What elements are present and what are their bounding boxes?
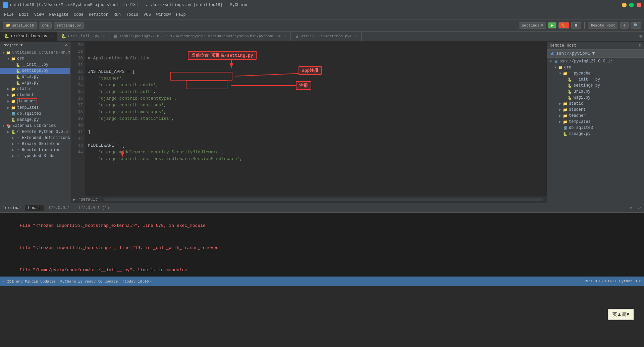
tree-item-15[interactable]: ▶▪Binary Skeletons — [0, 141, 70, 147]
tree-item-10[interactable]: 🗄db.sqlite3 — [0, 111, 70, 117]
menu-item-help[interactable]: Help — [173, 12, 189, 18]
remote-tree-item-2[interactable]: ▼📁__pycache__ — [547, 70, 644, 77]
remote-tree-item-10[interactable]: ▶📁templates — [547, 119, 644, 125]
tab-3[interactable]: 🖥 <ssh:\...\\settings.py> ✕ — [291, 32, 362, 41]
code-area[interactable]: # Application definition INSTALLED_APPS … — [85, 42, 547, 196]
remote-icon-4: 🐍 — [567, 83, 573, 88]
remote-tree-item-9[interactable]: ▶📁teacher — [547, 113, 644, 119]
settings-btn[interactable]: settings.py — [54, 22, 84, 29]
remote-label-2: __pycache__ — [569, 71, 595, 76]
settings-gear-btn[interactable]: ⚙ — [620, 22, 629, 29]
remote-icon-9: 📁 — [562, 113, 568, 118]
tree-arrow-0: ▼ — [1, 51, 6, 55]
tree-item-9[interactable]: ▶📁templates — [0, 105, 70, 111]
menu-item-vcs[interactable]: VCS — [141, 12, 154, 18]
tab-1[interactable]: 🐍 crm\_init_.py ✕ — [57, 32, 109, 41]
tree-item-8[interactable]: ▶📁teacher — [0, 98, 70, 105]
minimize-button[interactable]: − — [622, 3, 627, 7]
terminal-content[interactable]: File "<frozen importlib._bootstrap_exter… — [0, 213, 644, 277]
stop-button[interactable]: ⏹ — [571, 22, 581, 29]
tab-gear[interactable]: ⚙ — [637, 32, 644, 41]
editor-content: 28 29 30 31 32 33 34 35 36 37 38 39 40 4… — [70, 42, 547, 196]
file-tree: ▼📁untitled18 C:\Users\Mr.m▼📁crm🐍__init__… — [0, 49, 70, 203]
menu-item-edit[interactable]: Edit — [16, 12, 32, 18]
tree-arrow-lib-16: ▶ — [11, 148, 15, 152]
remote-arrow-1: ▼ — [553, 66, 558, 69]
tree-item-14[interactable]: ▶▪Extended Definitions — [0, 135, 70, 141]
tree-item-3[interactable]: 🐍settings.py — [0, 68, 70, 74]
remote-label-7: static — [569, 101, 583, 106]
tree-icon-14: ▪ — [15, 135, 21, 141]
menu-item-window[interactable]: Window — [154, 12, 173, 18]
tree-label-15: Binary Skeletons — [22, 142, 60, 146]
remote-tree-item-5[interactable]: 🐍urls.py — [547, 89, 644, 95]
tree-item-16[interactable]: ▶▪Remote Libraries — [0, 147, 70, 153]
remote-host-btn[interactable]: Remote Host — [588, 22, 619, 29]
ssh-selector[interactable]: 🖥 ssh://pyvip@1 ▼ — [547, 50, 644, 58]
remote-icon-6: 🐍 — [567, 95, 573, 100]
sidebar-settings-icon[interactable]: ⚙ — [65, 43, 67, 47]
tab-close-3[interactable]: ✕ — [355, 34, 357, 38]
tree-item-13[interactable]: ▶🐍< Remote Python 3.6.6 — [0, 129, 70, 135]
terminal-tab-ip2[interactable]: 127.0.0.1 (1) — [74, 205, 113, 211]
horizontal-scrollbar[interactable] — [104, 198, 543, 201]
maximize-button[interactable]: □ — [629, 3, 634, 7]
tree-item-2[interactable]: 🐍__init__.py — [0, 62, 70, 68]
tree-label-14: Extended Definitions — [22, 136, 70, 140]
tab-close-1[interactable]: ✕ — [103, 34, 105, 38]
tree-label-4: urls.py — [22, 75, 39, 79]
terminal-tab-local[interactable]: Local — [25, 205, 44, 211]
menu-item-view[interactable]: View — [32, 12, 47, 18]
remote-label-1: crm — [564, 65, 572, 70]
remote-tree-item-3[interactable]: 🐍__init__.py — [547, 77, 644, 83]
project-btn[interactable]: 📁 untitled18 — [3, 22, 37, 29]
remote-tree-item-0[interactable]: ▼🖥ssh://pyvip@127.0.0.1: — [547, 58, 644, 64]
remote-tree-item-1[interactable]: ▼📁crm — [547, 64, 644, 70]
remote-settings-icon[interactable]: ⚙ — [639, 43, 641, 48]
tree-icon-9: 📁 — [11, 105, 16, 110]
tree-item-6[interactable]: ▶📁static — [0, 86, 70, 92]
menu-item-run[interactable]: Run — [111, 12, 123, 18]
tab-0[interactable]: 🐍 crm\settings.py ✕ — [0, 32, 57, 41]
tree-item-11[interactable]: 🐍manage.py — [0, 117, 70, 123]
tree-icon-16: ▪ — [15, 147, 21, 153]
tab-2[interactable]: 🖥 <ssh://pyvip@127.0.0.1:1234/home/pyvip… — [109, 32, 291, 41]
tab-spacer — [362, 32, 638, 41]
installed-apps-highlight — [170, 72, 232, 81]
tree-item-4[interactable]: 🐍urls.py — [0, 74, 70, 80]
tree-icon-4: 🐍 — [15, 74, 21, 80]
terminal-maximize-icon[interactable]: ⤢ — [638, 205, 641, 211]
tab-close-0[interactable]: ✕ — [51, 34, 53, 38]
menu-item-code[interactable]: Code — [71, 12, 86, 18]
search-btn[interactable]: 🔍 — [631, 22, 641, 29]
menu-item-refactor[interactable]: Refactor — [86, 12, 111, 18]
menu-item-navigate[interactable]: Navigate — [46, 12, 71, 18]
remote-icon-8: 📁 — [562, 107, 568, 112]
remote-tree-item-7[interactable]: ▶📁static — [547, 101, 644, 107]
terminal-settings-icon[interactable]: ⚙ — [630, 205, 632, 211]
tree-item-17[interactable]: ▶▪Typeshed Stubs — [0, 153, 70, 159]
remote-tree-item-11[interactable]: 🗄db.sqlite3 — [547, 125, 644, 131]
tree-item-0[interactable]: ▼📁untitled18 C:\Users\Mr.m — [0, 50, 70, 56]
tree-item-1[interactable]: ▼📁crm — [0, 56, 70, 62]
crm-btn[interactable]: crm — [39, 22, 52, 29]
close-button[interactable]: ✕ — [637, 3, 641, 7]
tree-icon-13: 🐍 — [11, 129, 16, 135]
debug-button[interactable]: 🐛 — [558, 22, 569, 29]
remote-tree-item-8[interactable]: ▶📁student — [547, 107, 644, 113]
tree-item-12[interactable]: ▶📚External Libraries — [0, 123, 70, 129]
remote-tree-item-6[interactable]: 🐍wsgi.py — [547, 95, 644, 101]
fold-icon[interactable]: ▶ — [73, 197, 75, 202]
menu-item-file[interactable]: File — [1, 12, 16, 18]
menu-item-tools[interactable]: Tools — [123, 12, 141, 18]
tree-item-5[interactable]: 🐍wsgi.py — [0, 80, 70, 86]
tree-item-7[interactable]: ▶📁student — [0, 92, 70, 98]
run-button[interactable]: ▶ — [548, 22, 556, 29]
tree-label-2: __init__.py — [22, 62, 48, 67]
remote-tree-item-12[interactable]: 🐍manage.py — [547, 131, 644, 137]
terminal-tab-ip1[interactable]: 127.0.0.1 — [45, 205, 73, 211]
run-config-btn[interactable]: settings ▼ — [519, 22, 546, 29]
remote-tree-item-4[interactable]: 🐍settings.py — [547, 83, 644, 89]
ssh-dropdown-icon[interactable]: ▼ — [592, 51, 595, 56]
tab-close-2[interactable]: ✕ — [284, 34, 286, 38]
